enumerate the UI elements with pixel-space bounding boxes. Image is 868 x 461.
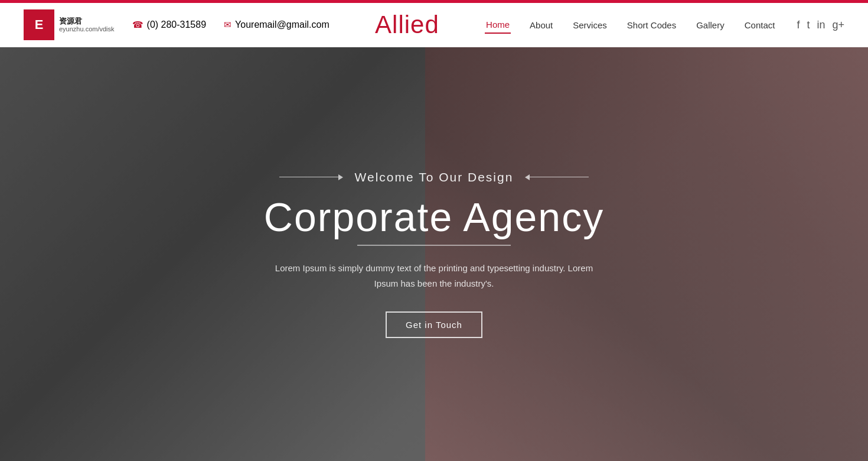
email-address: Youremail@gmail.com — [235, 20, 329, 30]
header-right: Home About Services Short Codes Gallery … — [485, 17, 844, 34]
header: E 资源君 eyunzhu.com/vdisk ☎ (0) 280-31589 … — [0, 3, 868, 47]
logo-text: 资源君 eyunzhu.com/vdisk — [59, 17, 115, 34]
googleplus-icon[interactable]: g+ — [832, 19, 844, 31]
get-in-touch-button[interactable]: Get in Touch — [386, 311, 482, 338]
nav-item-contact[interactable]: Contact — [743, 17, 776, 33]
nav-item-services[interactable]: Services — [572, 17, 608, 33]
hero-description: Lorem Ipsum is simply dummy text of the … — [269, 261, 599, 291]
header-left: E 资源君 eyunzhu.com/vdisk ☎ (0) 280-31589 … — [24, 9, 329, 40]
hero-subtitle-row: Welcome To Our Design — [264, 170, 604, 184]
logo-zh-text: 资源君 — [59, 17, 115, 26]
logo: E 资源君 eyunzhu.com/vdisk — [24, 9, 115, 40]
email-icon: ✉ — [224, 20, 231, 30]
logo-url: eyunzhu.com/vdisk — [59, 25, 115, 33]
social-icons: f t in g+ — [797, 19, 844, 31]
phone-icon: ☎ — [132, 20, 143, 30]
phone-number: (0) 280-31589 — [147, 20, 207, 30]
hero-title-underline — [357, 245, 511, 246]
facebook-icon[interactable]: f — [797, 19, 800, 31]
twitter-icon[interactable]: t — [807, 19, 810, 31]
logo-letter: E — [35, 17, 44, 33]
hero-section: Welcome To Our Design Corporate Agency L… — [0, 47, 868, 461]
hero-content: Welcome To Our Design Corporate Agency L… — [252, 158, 616, 350]
nav-item-about[interactable]: About — [528, 17, 554, 33]
hero-title: Corporate Agency — [264, 195, 604, 239]
nav-item-gallery[interactable]: Gallery — [695, 17, 726, 33]
email-contact: ✉ Youremail@gmail.com — [224, 20, 329, 30]
brand-name: Allied — [375, 11, 439, 39]
nav-item-shortcodes[interactable]: Short Codes — [626, 17, 677, 33]
hero-subtitle: Welcome To Our Design — [355, 170, 514, 184]
logo-icon: E — [24, 9, 54, 40]
main-nav: Home About Services Short Codes Gallery … — [485, 17, 776, 34]
linkedin-icon[interactable]: in — [817, 19, 825, 31]
nav-item-home[interactable]: Home — [485, 17, 511, 34]
phone-contact: ☎ (0) 280-31589 — [132, 20, 207, 30]
